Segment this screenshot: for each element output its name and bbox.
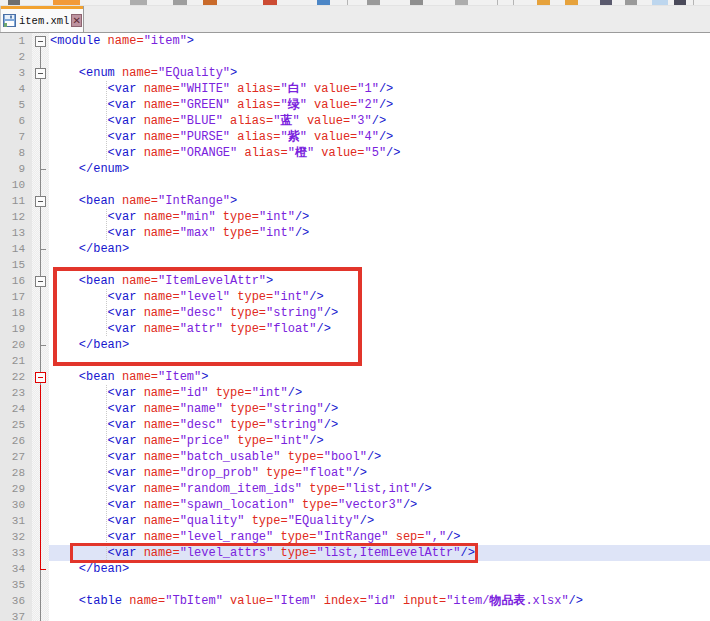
syntax-token: "name" (180, 402, 223, 416)
syntax-token: > (201, 370, 208, 384)
fold-collapse-icon[interactable] (35, 36, 46, 47)
code-text[interactable] (49, 353, 710, 369)
code-line: 10 (0, 177, 710, 193)
code-text[interactable] (49, 49, 710, 65)
code-text[interactable]: <var name="batch_usable" type="bool"/> (49, 449, 710, 465)
toolbar-icon-fragment[interactable] (130, 0, 147, 5)
toolbar-icon-fragment[interactable] (317, 0, 330, 5)
code-text[interactable]: <var name="attr" type="float"/> (49, 321, 710, 337)
code-text[interactable]: <var name="max" type="int"/> (49, 225, 710, 241)
code-text[interactable]: <bean name="Item"> (49, 369, 710, 385)
fold-collapse-icon[interactable] (35, 196, 46, 207)
code-line: 18 <var name="desc" type="string"/> (0, 305, 710, 321)
syntax-token: name= (144, 482, 180, 496)
code-line-content: <var name="max" type="int"/> (50, 226, 309, 240)
toolbar-icon-fragment[interactable] (53, 0, 80, 5)
code-text[interactable]: <var name="WHITE" alias="白" value="1"/> (49, 81, 710, 97)
code-text[interactable]: <table name="TbItem" value="Item" index=… (49, 593, 710, 609)
code-text[interactable]: <var name="drop_prob" type="float"/> (49, 465, 710, 481)
fold-end-icon (40, 169, 46, 170)
code-text[interactable] (49, 609, 710, 621)
indent-guide (106, 433, 107, 449)
code-text[interactable]: <var name="random_item_ids" type="list,i… (49, 481, 710, 497)
toolbar-icon-fragment[interactable] (8, 0, 20, 5)
code-text[interactable]: <bean name="IntRange"> (49, 193, 710, 209)
code-line: 13 <var name="max" type="int"/> (0, 225, 710, 241)
code-text[interactable]: <var name="price" type="int"/> (49, 433, 710, 449)
toolbar-icon-fragment[interactable] (674, 0, 686, 5)
line-number: 24 (0, 401, 32, 417)
toolbar-icon-fragment[interactable] (652, 0, 668, 5)
syntax-token: " (300, 98, 307, 112)
fold-collapse-icon[interactable] (35, 372, 46, 383)
toolbar-icon-fragment[interactable] (455, 0, 468, 5)
fold-margin-cell (32, 145, 49, 161)
code-text[interactable]: </bean> (49, 561, 710, 577)
toolbar-icon-fragment[interactable] (173, 0, 187, 5)
syntax-token: name= (144, 306, 180, 320)
code-text[interactable]: <var name="spawn_location" type="vector3… (49, 497, 710, 513)
line-number: 18 (0, 305, 32, 321)
syntax-token: <var (108, 226, 144, 240)
code-text[interactable]: <module name="item"> (49, 33, 710, 49)
toolbar-icon-fragment[interactable] (565, 0, 578, 5)
syntax-token: name= (129, 594, 165, 608)
code-rows: 1<module name="item">23 <enum name="EQua… (0, 33, 710, 621)
code-text[interactable] (49, 257, 710, 273)
toolbar-icon-fragment[interactable] (203, 0, 217, 5)
code-text[interactable]: <var name="PURSE" alias="紫" value="4"/> (49, 129, 710, 145)
code-text[interactable] (49, 577, 710, 593)
syntax-token: <bean (79, 274, 122, 288)
fold-margin-cell (32, 257, 49, 273)
syntax-token: name= (144, 114, 180, 128)
code-text[interactable]: <enum name="EQuality"> (49, 65, 710, 81)
toolbar-icon-fragment[interactable] (367, 0, 380, 5)
syntax-token: name= (144, 210, 180, 224)
code-text[interactable]: </enum> (49, 161, 710, 177)
syntax-token: name= (144, 146, 180, 160)
fold-margin-cell (32, 577, 49, 593)
code-text[interactable]: <var name="id" type="int"/> (49, 385, 710, 401)
code-text[interactable]: <var name="BLUE" alias="蓝" value="3"/> (49, 113, 710, 129)
syntax-token: "spawn_location" (180, 498, 295, 512)
indent-guide (106, 209, 107, 225)
code-text[interactable]: <bean name="ItemLevelAttr"> (49, 273, 710, 289)
toolbar-icon-fragment[interactable] (263, 0, 277, 5)
code-text[interactable]: <var name="name" type="string"/> (49, 401, 710, 417)
syntax-token: name= (144, 226, 180, 240)
toolbar-icon-fragment[interactable] (600, 0, 612, 5)
code-line-content: <var name="id" type="int"/> (50, 386, 302, 400)
code-text[interactable]: </bean> (49, 241, 710, 257)
fold-collapse-icon[interactable] (35, 68, 46, 79)
toolbar-icon-fragment[interactable] (410, 0, 423, 5)
tab-close-icon[interactable]: ✕ (71, 14, 81, 27)
syntax-token: <bean (79, 194, 122, 208)
code-text[interactable]: <var name="desc" type="string"/> (49, 305, 710, 321)
code-text[interactable]: <var name="GREEN" alias="绿" value="2"/> (49, 97, 710, 113)
code-line-content: <var name="price" type="int"/> (50, 434, 324, 448)
code-text[interactable]: <var name="quality" type="EQuality"/> (49, 513, 710, 529)
tab-item-xml[interactable]: item.xml ✕ (0, 6, 84, 32)
code-text[interactable] (49, 177, 710, 193)
syntax-token: /> (379, 82, 393, 96)
code-text[interactable]: <var name="min" type="int"/> (49, 209, 710, 225)
code-text[interactable]: <var name="desc" type="string"/> (49, 417, 710, 433)
toolbar-icon-fragment[interactable] (625, 0, 637, 5)
code-text[interactable]: <var name="level_range" type="IntRange" … (49, 529, 710, 545)
code-line-content: <var name="drop_prob" type="float"/> (50, 466, 367, 480)
fold-margin-cell (32, 449, 49, 465)
syntax-token: "random_item_ids" (180, 482, 302, 496)
code-text[interactable]: <var name="level_attrs" type="list,ItemL… (49, 545, 710, 561)
syntax-token: name= (144, 498, 180, 512)
syntax-token: " (280, 98, 287, 112)
code-text[interactable]: <var name="level" type="int"/> (49, 289, 710, 305)
fold-collapse-icon[interactable] (35, 276, 46, 287)
syntax-token: .xlsx" (525, 594, 568, 608)
code-line: 8 <var name="ORANGE" alias="橙" value="5"… (0, 145, 710, 161)
syntax-token: name= (144, 82, 180, 96)
line-number: 8 (0, 145, 32, 161)
syntax-token: " (307, 146, 314, 160)
code-text[interactable]: <var name="ORANGE" alias="橙" value="5"/> (49, 145, 710, 161)
code-text[interactable]: </bean> (49, 337, 710, 353)
toolbar-icon-fragment[interactable] (537, 0, 550, 5)
